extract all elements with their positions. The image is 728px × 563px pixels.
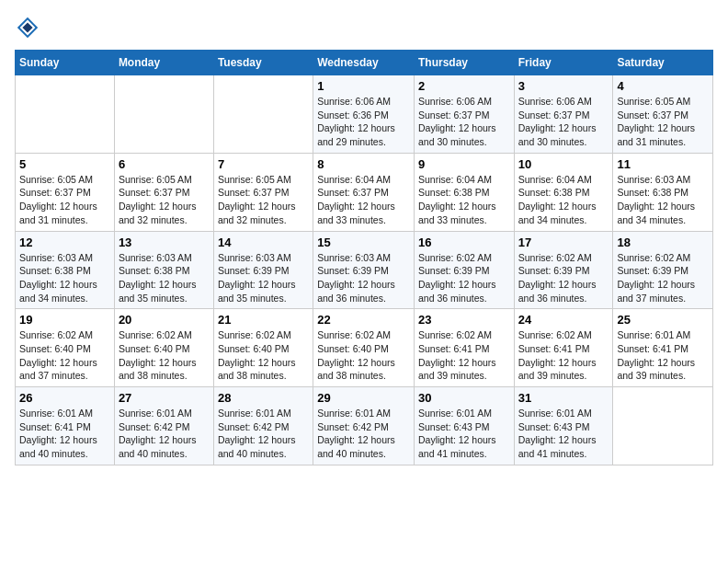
calendar-day-cell: 14Sunrise: 6:03 AM Sunset: 6:39 PM Dayli… bbox=[213, 231, 313, 309]
calendar-day-cell: 26Sunrise: 6:01 AM Sunset: 6:41 PM Dayli… bbox=[16, 387, 115, 465]
day-number: 25 bbox=[617, 313, 709, 327]
calendar-week-row: 12Sunrise: 6:03 AM Sunset: 6:38 PM Dayli… bbox=[16, 231, 713, 309]
day-info: Sunrise: 6:04 AM Sunset: 6:38 PM Dayligh… bbox=[418, 173, 510, 227]
calendar-day-cell: 6Sunrise: 6:05 AM Sunset: 6:37 PM Daylig… bbox=[114, 153, 213, 231]
day-header-thursday: Thursday bbox=[414, 51, 514, 75]
calendar-week-row: 19Sunrise: 6:02 AM Sunset: 6:40 PM Dayli… bbox=[16, 309, 713, 387]
calendar-day-cell: 5Sunrise: 6:05 AM Sunset: 6:37 PM Daylig… bbox=[16, 153, 115, 231]
day-number: 22 bbox=[317, 313, 410, 327]
calendar-day-cell bbox=[16, 75, 115, 154]
day-number: 1 bbox=[317, 79, 410, 93]
day-number: 27 bbox=[119, 391, 210, 405]
day-number: 8 bbox=[317, 157, 410, 171]
day-info: Sunrise: 6:06 AM Sunset: 6:36 PM Dayligh… bbox=[317, 95, 410, 149]
day-info: Sunrise: 6:03 AM Sunset: 6:38 PM Dayligh… bbox=[119, 251, 210, 305]
day-info: Sunrise: 6:01 AM Sunset: 6:41 PM Dayligh… bbox=[617, 328, 709, 383]
day-number: 31 bbox=[518, 391, 609, 405]
day-info: Sunrise: 6:03 AM Sunset: 6:39 PM Dayligh… bbox=[317, 251, 410, 305]
day-info: Sunrise: 6:03 AM Sunset: 6:38 PM Dayligh… bbox=[617, 173, 709, 227]
day-number: 7 bbox=[218, 157, 309, 171]
day-info: Sunrise: 6:03 AM Sunset: 6:39 PM Dayligh… bbox=[218, 251, 309, 305]
calendar-week-row: 5Sunrise: 6:05 AM Sunset: 6:37 PM Daylig… bbox=[16, 153, 713, 231]
calendar-day-cell: 19Sunrise: 6:02 AM Sunset: 6:40 PM Dayli… bbox=[16, 309, 115, 387]
calendar-week-row: 1Sunrise: 6:06 AM Sunset: 6:36 PM Daylig… bbox=[16, 75, 713, 154]
calendar-day-cell: 22Sunrise: 6:02 AM Sunset: 6:40 PM Dayli… bbox=[313, 309, 415, 387]
day-info: Sunrise: 6:05 AM Sunset: 6:37 PM Dayligh… bbox=[617, 95, 709, 149]
day-info: Sunrise: 6:01 AM Sunset: 6:42 PM Dayligh… bbox=[218, 407, 309, 461]
day-info: Sunrise: 6:01 AM Sunset: 6:43 PM Dayligh… bbox=[518, 407, 609, 461]
day-info: Sunrise: 6:01 AM Sunset: 6:42 PM Dayligh… bbox=[317, 407, 410, 461]
calendar-day-cell: 21Sunrise: 6:02 AM Sunset: 6:40 PM Dayli… bbox=[213, 309, 313, 387]
page-header bbox=[15, 15, 713, 40]
day-number: 11 bbox=[617, 157, 709, 171]
calendar-day-cell: 12Sunrise: 6:03 AM Sunset: 6:38 PM Dayli… bbox=[16, 231, 115, 309]
calendar-day-cell: 16Sunrise: 6:02 AM Sunset: 6:39 PM Dayli… bbox=[414, 231, 514, 309]
day-number: 17 bbox=[518, 236, 609, 249]
day-info: Sunrise: 6:02 AM Sunset: 6:40 PM Dayligh… bbox=[19, 328, 110, 383]
day-header-sunday: Sunday bbox=[16, 51, 115, 75]
day-number: 21 bbox=[218, 313, 309, 327]
day-header-saturday: Saturday bbox=[613, 51, 713, 75]
day-number: 20 bbox=[119, 313, 210, 327]
calendar-day-cell: 3Sunrise: 6:06 AM Sunset: 6:37 PM Daylig… bbox=[514, 75, 613, 154]
calendar-day-cell: 20Sunrise: 6:02 AM Sunset: 6:40 PM Dayli… bbox=[114, 309, 213, 387]
calendar-day-cell: 29Sunrise: 6:01 AM Sunset: 6:42 PM Dayli… bbox=[313, 387, 415, 465]
day-number: 29 bbox=[317, 391, 410, 405]
calendar-day-cell: 28Sunrise: 6:01 AM Sunset: 6:42 PM Dayli… bbox=[213, 387, 313, 465]
logo-icon bbox=[15, 15, 40, 40]
day-header-friday: Friday bbox=[514, 51, 613, 75]
calendar-day-cell: 15Sunrise: 6:03 AM Sunset: 6:39 PM Dayli… bbox=[313, 231, 415, 309]
calendar-day-cell: 9Sunrise: 6:04 AM Sunset: 6:38 PM Daylig… bbox=[414, 153, 514, 231]
calendar-day-cell: 1Sunrise: 6:06 AM Sunset: 6:36 PM Daylig… bbox=[313, 75, 415, 154]
calendar-day-cell: 17Sunrise: 6:02 AM Sunset: 6:39 PM Dayli… bbox=[514, 231, 613, 309]
day-number: 30 bbox=[418, 391, 510, 405]
day-number: 19 bbox=[19, 313, 110, 327]
day-number: 3 bbox=[518, 79, 609, 93]
day-number: 15 bbox=[317, 236, 410, 249]
day-number: 6 bbox=[119, 157, 210, 171]
calendar-day-cell: 10Sunrise: 6:04 AM Sunset: 6:38 PM Dayli… bbox=[514, 153, 613, 231]
day-number: 26 bbox=[19, 391, 110, 405]
calendar-day-cell: 30Sunrise: 6:01 AM Sunset: 6:43 PM Dayli… bbox=[414, 387, 514, 465]
day-info: Sunrise: 6:04 AM Sunset: 6:38 PM Dayligh… bbox=[518, 173, 609, 227]
day-header-tuesday: Tuesday bbox=[213, 51, 313, 75]
day-info: Sunrise: 6:03 AM Sunset: 6:38 PM Dayligh… bbox=[19, 251, 110, 305]
calendar-day-cell: 24Sunrise: 6:02 AM Sunset: 6:41 PM Dayli… bbox=[514, 309, 613, 387]
day-info: Sunrise: 6:01 AM Sunset: 6:42 PM Dayligh… bbox=[119, 407, 210, 461]
day-number: 16 bbox=[418, 236, 510, 249]
day-info: Sunrise: 6:02 AM Sunset: 6:41 PM Dayligh… bbox=[418, 328, 510, 383]
day-number: 2 bbox=[418, 79, 510, 93]
calendar-day-cell: 27Sunrise: 6:01 AM Sunset: 6:42 PM Dayli… bbox=[114, 387, 213, 465]
calendar-day-cell: 2Sunrise: 6:06 AM Sunset: 6:37 PM Daylig… bbox=[414, 75, 514, 154]
calendar-day-cell: 11Sunrise: 6:03 AM Sunset: 6:38 PM Dayli… bbox=[613, 153, 713, 231]
day-number: 12 bbox=[19, 236, 110, 249]
day-info: Sunrise: 6:06 AM Sunset: 6:37 PM Dayligh… bbox=[418, 95, 510, 149]
calendar-day-cell bbox=[213, 75, 313, 154]
day-number: 13 bbox=[119, 236, 210, 249]
calendar-day-cell: 7Sunrise: 6:05 AM Sunset: 6:37 PM Daylig… bbox=[213, 153, 313, 231]
day-info: Sunrise: 6:02 AM Sunset: 6:39 PM Dayligh… bbox=[617, 251, 709, 305]
day-number: 24 bbox=[518, 313, 609, 327]
day-number: 4 bbox=[617, 79, 709, 93]
calendar-header: SundayMondayTuesdayWednesdayThursdayFrid… bbox=[16, 51, 713, 75]
day-number: 5 bbox=[19, 157, 110, 171]
calendar-table: SundayMondayTuesdayWednesdayThursdayFrid… bbox=[15, 50, 713, 465]
calendar-day-cell: 25Sunrise: 6:01 AM Sunset: 6:41 PM Dayli… bbox=[613, 309, 713, 387]
day-info: Sunrise: 6:05 AM Sunset: 6:37 PM Dayligh… bbox=[218, 173, 309, 227]
day-info: Sunrise: 6:05 AM Sunset: 6:37 PM Dayligh… bbox=[19, 173, 110, 227]
calendar-day-cell: 31Sunrise: 6:01 AM Sunset: 6:43 PM Dayli… bbox=[514, 387, 613, 465]
day-info: Sunrise: 6:02 AM Sunset: 6:40 PM Dayligh… bbox=[218, 328, 309, 383]
day-info: Sunrise: 6:05 AM Sunset: 6:37 PM Dayligh… bbox=[119, 173, 210, 227]
calendar-day-cell: 18Sunrise: 6:02 AM Sunset: 6:39 PM Dayli… bbox=[613, 231, 713, 309]
day-info: Sunrise: 6:02 AM Sunset: 6:41 PM Dayligh… bbox=[518, 328, 609, 383]
day-header-monday: Monday bbox=[114, 51, 213, 75]
day-number: 23 bbox=[418, 313, 510, 327]
calendar-day-cell: 13Sunrise: 6:03 AM Sunset: 6:38 PM Dayli… bbox=[114, 231, 213, 309]
calendar-day-cell bbox=[114, 75, 213, 154]
calendar-day-cell bbox=[613, 387, 713, 465]
day-number: 28 bbox=[218, 391, 309, 405]
calendar-day-cell: 23Sunrise: 6:02 AM Sunset: 6:41 PM Dayli… bbox=[414, 309, 514, 387]
day-info: Sunrise: 6:01 AM Sunset: 6:43 PM Dayligh… bbox=[418, 407, 510, 461]
day-number: 9 bbox=[418, 157, 510, 171]
calendar-day-cell: 4Sunrise: 6:05 AM Sunset: 6:37 PM Daylig… bbox=[613, 75, 713, 154]
